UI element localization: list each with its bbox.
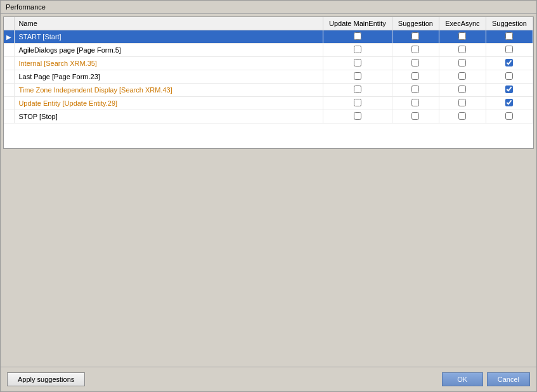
row-name: Last Page [Page Form.23]	[15, 70, 323, 84]
exec-async-checkbox[interactable]	[458, 72, 466, 80]
suggestion1-checkbox-cell[interactable]	[392, 44, 439, 57]
row-arrow	[4, 44, 15, 57]
suggestion2-checkbox[interactable]	[505, 72, 513, 80]
suggestion2-checkbox[interactable]	[505, 99, 513, 106]
suggestion1-checkbox[interactable]	[411, 46, 419, 53]
col-name-header: Name	[15, 17, 323, 30]
col-arrow-header	[4, 17, 15, 30]
exec-async-checkbox-cell[interactable]	[439, 30, 486, 44]
suggestion1-checkbox-cell[interactable]	[392, 57, 439, 70]
exec-async-checkbox-cell[interactable]	[439, 57, 486, 70]
performance-table: Name Update MainEntity Suggestion ExecAs…	[4, 17, 533, 123]
empty-area	[3, 149, 534, 364]
update-main-entity-checkbox[interactable]	[354, 99, 361, 106]
suggestion1-checkbox-cell[interactable]	[392, 97, 439, 110]
suggestion2-checkbox-cell[interactable]	[486, 110, 533, 123]
performance-window: Performance Name Update MainEntity Sugge…	[0, 0, 537, 392]
row-name: Time Zone Independent Display [Search XR…	[15, 84, 323, 97]
row-name: STOP [Stop]	[15, 110, 323, 123]
table-row[interactable]: ▶START [Start]	[4, 30, 533, 44]
update-main-entity-checkbox-cell[interactable]	[323, 30, 392, 44]
suggestion2-checkbox[interactable]	[505, 46, 513, 53]
update-main-entity-checkbox[interactable]	[354, 32, 361, 40]
title-bar: Performance	[1, 1, 536, 14]
table-container: Name Update MainEntity Suggestion ExecAs…	[3, 16, 534, 149]
update-main-entity-checkbox[interactable]	[354, 72, 361, 80]
suggestion1-checkbox-cell[interactable]	[392, 84, 439, 97]
suggestion2-checkbox-cell[interactable]	[486, 30, 533, 44]
exec-async-checkbox-cell[interactable]	[439, 110, 486, 123]
row-arrow	[4, 57, 15, 70]
ok-button[interactable]: OK	[442, 372, 483, 386]
update-main-entity-checkbox-cell[interactable]	[323, 70, 392, 84]
suggestion2-checkbox-cell[interactable]	[486, 84, 533, 97]
exec-async-checkbox[interactable]	[458, 85, 466, 93]
row-name: Update Entity [Update Entity.29]	[15, 97, 323, 110]
table-row[interactable]: Time Zone Independent Display [Search XR…	[4, 84, 533, 97]
exec-async-checkbox-cell[interactable]	[439, 70, 486, 84]
table-row[interactable]: AgileDialogs page [Page Form.5]	[4, 44, 533, 57]
exec-async-checkbox[interactable]	[458, 32, 466, 40]
row-arrow: ▶	[4, 30, 15, 44]
exec-async-checkbox[interactable]	[458, 59, 466, 66]
suggestion1-checkbox[interactable]	[411, 99, 419, 106]
suggestion1-checkbox[interactable]	[411, 112, 419, 120]
row-arrow	[4, 110, 15, 123]
apply-suggestions-button[interactable]: Apply suggestions	[7, 372, 85, 386]
suggestion2-checkbox[interactable]	[505, 59, 513, 66]
update-main-entity-checkbox[interactable]	[354, 46, 361, 53]
update-main-entity-checkbox[interactable]	[354, 85, 361, 93]
update-main-entity-checkbox-cell[interactable]	[323, 57, 392, 70]
update-main-entity-checkbox[interactable]	[354, 59, 361, 66]
exec-async-checkbox[interactable]	[458, 99, 466, 106]
exec-async-checkbox[interactable]	[458, 112, 466, 120]
suggestion2-checkbox-cell[interactable]	[486, 97, 533, 110]
table-row[interactable]: STOP [Stop]	[4, 110, 533, 123]
suggestion2-checkbox[interactable]	[505, 112, 513, 120]
suggestion2-checkbox-cell[interactable]	[486, 44, 533, 57]
col-update-header: Update MainEntity	[323, 17, 392, 30]
col-suggestion2-header: Suggestion	[486, 17, 533, 30]
footer: Apply suggestions OK Cancel	[1, 367, 536, 391]
col-suggestion1-header: Suggestion	[392, 17, 439, 30]
exec-async-checkbox-cell[interactable]	[439, 44, 486, 57]
content-area: Name Update MainEntity Suggestion ExecAs…	[1, 14, 536, 367]
row-name: AgileDialogs page [Page Form.5]	[15, 44, 323, 57]
table-row[interactable]: Internal [Search XRM.35]	[4, 57, 533, 70]
suggestion2-checkbox[interactable]	[505, 32, 513, 40]
update-main-entity-checkbox-cell[interactable]	[323, 44, 392, 57]
suggestion2-checkbox[interactable]	[505, 85, 513, 93]
footer-right: OK Cancel	[442, 372, 530, 386]
suggestion1-checkbox[interactable]	[411, 59, 419, 66]
update-main-entity-checkbox-cell[interactable]	[323, 110, 392, 123]
window-title: Performance	[6, 3, 46, 11]
suggestion1-checkbox[interactable]	[411, 72, 419, 80]
suggestion1-checkbox-cell[interactable]	[392, 70, 439, 84]
suggestion1-checkbox-cell[interactable]	[392, 110, 439, 123]
update-main-entity-checkbox-cell[interactable]	[323, 84, 392, 97]
update-main-entity-checkbox-cell[interactable]	[323, 97, 392, 110]
suggestion2-checkbox-cell[interactable]	[486, 70, 533, 84]
suggestion2-checkbox-cell[interactable]	[486, 57, 533, 70]
cancel-button[interactable]: Cancel	[487, 372, 530, 386]
suggestion1-checkbox[interactable]	[411, 85, 419, 93]
update-main-entity-checkbox[interactable]	[354, 112, 361, 120]
row-arrow	[4, 84, 15, 97]
exec-async-checkbox[interactable]	[458, 46, 466, 53]
row-name: START [Start]	[15, 30, 323, 44]
exec-async-checkbox-cell[interactable]	[439, 97, 486, 110]
suggestion1-checkbox[interactable]	[411, 32, 419, 40]
table-row[interactable]: Update Entity [Update Entity.29]	[4, 97, 533, 110]
table-row[interactable]: Last Page [Page Form.23]	[4, 70, 533, 84]
exec-async-checkbox-cell[interactable]	[439, 84, 486, 97]
col-execasync-header: ExecAsync	[439, 17, 486, 30]
suggestion1-checkbox-cell[interactable]	[392, 30, 439, 44]
row-arrow	[4, 97, 15, 110]
row-name: Internal [Search XRM.35]	[15, 57, 323, 70]
row-arrow	[4, 70, 15, 84]
